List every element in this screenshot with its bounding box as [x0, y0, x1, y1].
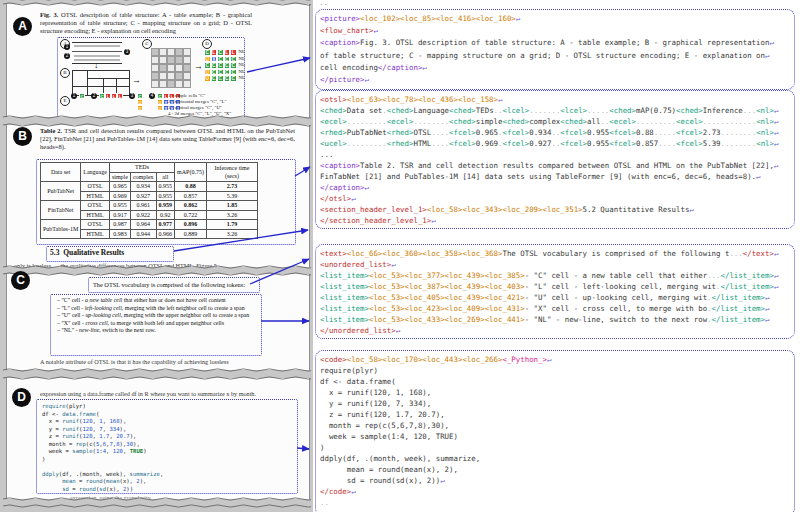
dataset-cell: PubTabNet — [41, 182, 81, 201]
language-cell: HTML — [81, 191, 110, 201]
code-line: ) — [42, 456, 163, 464]
doctags-block-list: <text><loc_66><loc_360><loc_358><loc_368… — [315, 244, 795, 339]
panel-label-e: E — [60, 96, 70, 106]
doctags-line: require(plyr) — [320, 365, 790, 376]
doctags-line: sd = round(sd(x), 2))↵ — [320, 475, 790, 486]
grid-cell — [183, 64, 191, 72]
col-header: mAP(0.75) — [175, 163, 207, 182]
section-header-box: 5.3 Qualitative Results — [46, 246, 174, 262]
value-cell: 0.955 — [156, 182, 175, 192]
grid-cell — [159, 64, 167, 72]
grid-cell — [151, 56, 159, 64]
down-arrow-icon: ↓ — [94, 61, 99, 70]
value-cell: 0.959 — [156, 201, 175, 211]
value-cell: 0.896 — [175, 220, 207, 230]
grid-cell — [151, 64, 159, 72]
marker-2: 2 — [64, 53, 70, 59]
value-cell: 3.26 — [206, 229, 257, 239]
doctags-line: <ucel>.........<rhed>HTML....<fcel>0.969… — [320, 138, 790, 149]
grid-cell — [175, 64, 183, 72]
otsl-figure: A 1 2 3 ↓ B → C → D CLCLLNLUXCCCNLCCCCCN… — [57, 37, 245, 119]
doctags-line: </code>↵ — [320, 486, 790, 497]
grid-cell — [183, 48, 191, 56]
doctags-line: <caption>Table 2. TSR and cell detection… — [320, 160, 790, 171]
doctags-block-table: <otsl><loc_63><loc_78><loc_436><loc_158>… — [315, 90, 795, 229]
legend-line: 4 - 2d merges "C", "L", "U", "X" — [168, 111, 231, 117]
doctags-line: week = sample(1:4, 120, TRUE) — [320, 431, 790, 442]
doctags-line: </caption>↵ — [320, 182, 790, 193]
results-table: Data setLanguageTEDsmAP(0.75)Inference t… — [40, 162, 258, 239]
doctags-line: <list_item><loc_53><loc_377><loc_439><lo… — [320, 270, 790, 281]
value-cell: 0.927 — [130, 191, 156, 201]
value-cell: 0.966 — [156, 229, 175, 239]
value-cell: 0.944 — [130, 229, 156, 239]
value-cell: 0.965 — [109, 182, 130, 192]
cell-example: 3CUU — [129, 93, 143, 111]
otsl-encoding-grid: CLCLLNLUXCCCNLCCCCCNLUCCCCNLUCCCCNL — [204, 49, 245, 82]
value-cell: 0.722 — [175, 210, 207, 220]
col-header: simple — [109, 172, 130, 182]
language-cell: OTSL — [81, 220, 110, 230]
grid-cell — [183, 80, 191, 88]
right-arrow-icon: → — [132, 76, 141, 85]
grid-cell — [159, 56, 167, 64]
token-list-item: – "L" cell - left-looking cell, merging … — [57, 305, 257, 313]
grid-cell — [151, 72, 159, 80]
doctags-panel: .. <picture><loc_102><loc_85><loc_416><l… — [313, 0, 800, 512]
doctags-line: <code><loc_58><loc_170><loc_443><loc_266… — [320, 354, 790, 365]
code-line: z = runif(120, 1.7, 20.7), — [42, 433, 163, 441]
code-line — [42, 463, 163, 471]
figure-canvas: A Fig. 3. OTSL description of table stru… — [0, 0, 800, 512]
doctags-line: ) — [320, 442, 790, 453]
grid-cell — [151, 80, 159, 88]
col-header: Language — [81, 163, 110, 182]
language-cell: HTML — [81, 229, 110, 239]
value-cell: 0.964 — [130, 220, 156, 230]
region-label-a: A — [13, 17, 32, 36]
value-cell: 0.862 — [175, 201, 207, 211]
token-list: – "C" cell - a new table cell that eithe… — [51, 295, 261, 335]
doctags-line: <unordered_list>↵ — [320, 259, 790, 270]
grid-cell — [167, 56, 175, 64]
doctags-line: <list_item><loc_53><loc_405><loc_439><lo… — [320, 292, 790, 303]
doctags-line: <caption>Fig. 3. OTSL description of tab… — [320, 37, 790, 49]
grid-cell — [175, 80, 183, 88]
doctags-block-picture: <picture><loc_102><loc_85><loc_416><loc_… — [315, 9, 795, 90]
example-number: 2 — [91, 93, 97, 99]
doctags-line: </picture>↵ — [320, 74, 790, 86]
doctags-block-code: <code><loc_58><loc_170><loc_443><loc_266… — [315, 350, 795, 512]
cell-examples: 1C2CLLL3CUU4CLLLUXXXUXXX — [71, 93, 181, 111]
region-label-b: B — [13, 127, 32, 146]
doctags-line: <ecel>.........<ecel>........<ched>simpl… — [320, 116, 790, 127]
dataset-cell: FinTabNet — [41, 201, 81, 220]
grid-cell — [167, 64, 175, 72]
doctags-line: ddply(df, .(month, week), summarize, — [320, 453, 790, 464]
token-list-item: – "X" cell - cross cell, to merge with b… — [57, 320, 257, 328]
value-cell: 0.961 — [130, 201, 156, 211]
doctags-line: y = runif(120, 7, 334), — [320, 398, 790, 409]
caption-b-number: Table 2. — [40, 127, 62, 134]
example-number: 3 — [129, 93, 135, 99]
value-cell: 0.917 — [109, 210, 130, 220]
example-number: 4 — [149, 93, 155, 99]
doctags-line: </unordered_list>↵ — [320, 325, 790, 336]
dataset-cell: PubTables-1M — [41, 220, 81, 239]
doctags-line: FinTabNet [21] and PubTables-1M [14] dat… — [320, 171, 790, 182]
value-cell: 0.889 — [175, 229, 207, 239]
col-header: Data set — [41, 163, 81, 182]
doctags-line: <list_item><loc_53><loc_423><loc_409><lo… — [320, 303, 790, 314]
otsl-cell: U — [137, 105, 143, 111]
marker-3: 3 — [124, 49, 130, 55]
code-line: x = runif(120, 1, 168), — [42, 418, 163, 426]
col-header: TEDs — [109, 163, 174, 173]
doctags-line: <text><loc_66><loc_360><loc_358><loc_368… — [320, 248, 790, 259]
grid-cell — [159, 72, 167, 80]
doctags-line: ... — [320, 149, 790, 160]
grid-cell — [183, 56, 191, 64]
value-cell: 0.955 — [156, 191, 175, 201]
col-header: all — [156, 172, 175, 182]
code-line: y = runif(120, 7, 334), — [42, 426, 163, 434]
doctags-line: z = runif(120, 1.7, 20.7), — [320, 409, 790, 420]
token-list-item: – "C" cell - a new table cell that eithe… — [57, 297, 257, 305]
cut-text-fragment: only is lossless … the qualitative diffe… — [14, 262, 302, 269]
